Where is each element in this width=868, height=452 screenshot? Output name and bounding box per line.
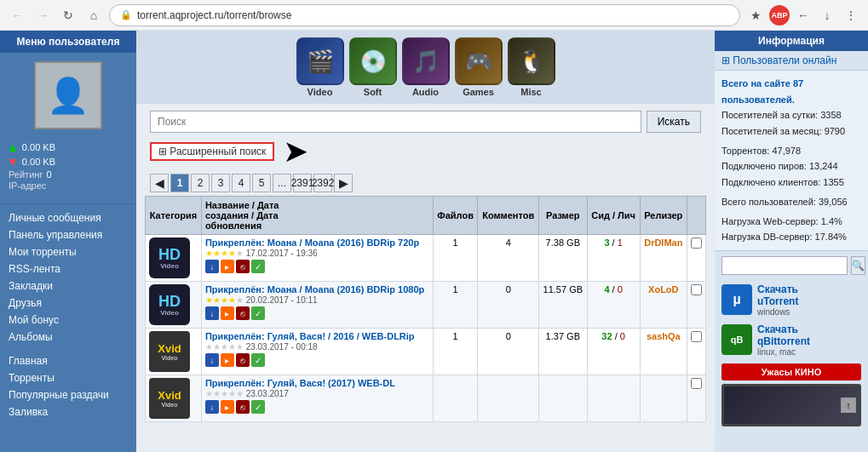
col-seedleech[interactable]: Сид / Лич [587, 197, 640, 235]
sidebar-item-панельуправления[interactable]: Панель управления [0, 226, 136, 243]
star-icon: ★ [213, 342, 221, 352]
torrent-date: ★★★★★ 17.02.2017 - 19:36 [205, 249, 318, 258]
magnet-icon[interactable]: ⎋ [236, 306, 250, 320]
page-2[interactable]: 2 [191, 174, 210, 192]
col-name[interactable]: Название / Датасоздания / Датаобновления [201, 197, 433, 235]
sidebar-item-моиторренты[interactable]: Мои торренты [0, 243, 136, 260]
cell-uploader: XoLoD [640, 282, 687, 329]
sidebar-item-торренты[interactable]: Торренты [0, 369, 136, 386]
download-icon[interactable]: ↓ [205, 260, 219, 273]
uploader-link[interactable]: DrDIMan [644, 237, 682, 248]
home-button[interactable]: ⌂ [83, 5, 104, 26]
col-category[interactable]: Категория [146, 197, 202, 235]
sidebar-title: Меню пользователя [0, 31, 136, 53]
avatar-icon: 👤 [47, 76, 89, 116]
scroll-up-button[interactable]: ↑ [841, 398, 856, 413]
rs-search-button[interactable]: 🔍 [851, 256, 865, 275]
page-prev[interactable]: ◀ [150, 174, 169, 192]
game-thumb-bg: ↑ [724, 386, 859, 424]
reload-button[interactable]: ↻ [58, 5, 78, 26]
sidebar-item-популярныераздачи[interactable]: Популярные раздачи [0, 386, 136, 403]
avatar[interactable]: 👤 [34, 61, 102, 129]
ok-icon[interactable]: ✓ [251, 400, 265, 414]
cat-audio[interactable]: 🎵 Audio [402, 37, 450, 97]
ok-icon[interactable]: ✓ [251, 260, 265, 273]
sidebar-item-друзья[interactable]: Друзья [0, 295, 136, 312]
magnet-icon[interactable]: ⎋ [236, 400, 250, 414]
utorrent-row[interactable]: µ СкачатьuTorrent windows [715, 280, 868, 320]
page-next[interactable]: ▶ [334, 174, 353, 192]
ok-icon[interactable]: ✓ [251, 306, 265, 320]
cell-checkbox[interactable] [687, 375, 706, 422]
table-row: XvidVideo Прикреплён: Гуляй, Вася! (2017… [146, 375, 706, 422]
cell-checkbox[interactable] [687, 329, 706, 375]
page-3[interactable]: 3 [211, 174, 230, 192]
rss-icon[interactable]: ▸ [221, 400, 234, 414]
page-5[interactable]: 5 [252, 174, 271, 192]
star-icon: ★ [213, 389, 221, 398]
cell-size: 1.37 GB [538, 329, 587, 375]
star-button[interactable]: ★ [745, 5, 766, 26]
col-comments[interactable]: Комментов [478, 197, 539, 235]
ok-icon[interactable]: ✓ [251, 353, 265, 367]
magnet-icon[interactable]: ⎋ [236, 353, 250, 367]
rs-online[interactable]: ⊞ Пользователи онлайн [715, 51, 868, 70]
uploader-link[interactable]: XoLoD [648, 284, 678, 295]
col-uploader[interactable]: Релизер [640, 197, 687, 235]
magnet-icon[interactable]: ⎋ [236, 260, 250, 273]
back-button[interactable]: ← [7, 5, 27, 26]
forward-button[interactable]: → [32, 5, 53, 26]
page-4[interactable]: 4 [232, 174, 250, 192]
sidebar-item-мойбонус[interactable]: Мой бонус [0, 312, 136, 329]
uploader-link[interactable]: sashQa [647, 331, 681, 341]
xvid-badge: XvidVideo [149, 378, 190, 419]
sidebar-item-главная[interactable]: Главная [0, 352, 136, 369]
page-1[interactable]: 1 [170, 174, 189, 192]
back-history-button[interactable]: ← [793, 5, 813, 26]
rss-icon[interactable]: ▸ [221, 353, 234, 367]
row-checkbox[interactable] [691, 284, 702, 295]
rs-search-area: 🔍 [715, 251, 868, 280]
game-thumb[interactable]: ↑ [721, 384, 861, 426]
col-size[interactable]: Размер [538, 197, 587, 235]
torrent-link[interactable]: Прикреплён: Гуляй, Вася! (2017) WEB-DL [205, 378, 395, 388]
row-checkbox[interactable] [691, 378, 702, 389]
sidebar-item-rss-лента[interactable]: RSS-лента [0, 260, 136, 277]
abp-button[interactable]: ABP [769, 5, 790, 26]
cell-category: HDVideo [146, 282, 202, 329]
rs-search-input[interactable] [721, 256, 848, 275]
torrent-date: ★★★★★ 23.03.2017 [205, 389, 289, 398]
search-input[interactable] [150, 111, 641, 133]
torrent-date: ★★★★★ 23.03.2017 - 00:18 [205, 342, 318, 352]
sidebar-item-закладки[interactable]: Закладки [0, 277, 136, 295]
qbittorrent-row[interactable]: qB СкачатьqBittorrent linux, mac [715, 320, 868, 360]
rss-icon[interactable]: ▸ [221, 260, 234, 273]
cell-checkbox[interactable] [687, 235, 706, 282]
cat-soft[interactable]: 💿 Soft [349, 37, 397, 97]
download-icon[interactable]: ↓ [205, 353, 219, 367]
download-icon[interactable]: ↓ [205, 400, 219, 414]
advanced-search-box[interactable]: ⊞ Расширенный поиск [150, 142, 274, 161]
menu-button[interactable]: ⋮ [841, 5, 861, 26]
torrent-link[interactable]: Прикреплён: Гуляй, Вася! / 2016 / WEB-DL… [205, 331, 415, 341]
cell-seedleech: 3 / 1 [587, 235, 640, 282]
cat-misc[interactable]: 🐧 Misc [508, 37, 555, 97]
sidebar-item-личныесообщения[interactable]: Личные сообщения [0, 209, 136, 226]
sidebar-item-заливка[interactable]: Заливка [0, 403, 136, 421]
search-button[interactable]: Искать [647, 111, 701, 133]
row-checkbox[interactable] [691, 331, 702, 342]
rss-icon[interactable]: ▸ [221, 306, 234, 320]
page-2392[interactable]: 2392 [313, 174, 332, 192]
col-files[interactable]: Файлов [433, 197, 478, 235]
sidebar-item-альбомы[interactable]: Альбомы [0, 329, 136, 346]
download-icon[interactable]: ↓ [205, 306, 219, 320]
page-2391[interactable]: 2391 [293, 174, 312, 192]
download-button[interactable]: ↓ [817, 5, 837, 26]
cell-checkbox[interactable] [687, 282, 706, 329]
cat-video[interactable]: 🎬 Video [296, 37, 344, 97]
horror-banner[interactable]: Ужасы КИНО [721, 363, 861, 380]
cat-games[interactable]: 🎮 Games [455, 37, 503, 97]
torrent-link[interactable]: Прикреплён: Моана / Moana (2016) BDRip 1… [205, 284, 424, 295]
row-checkbox[interactable] [691, 237, 702, 249]
torrent-link[interactable]: Прикреплён: Моана / Moana (2016) BDRip 7… [205, 237, 419, 248]
